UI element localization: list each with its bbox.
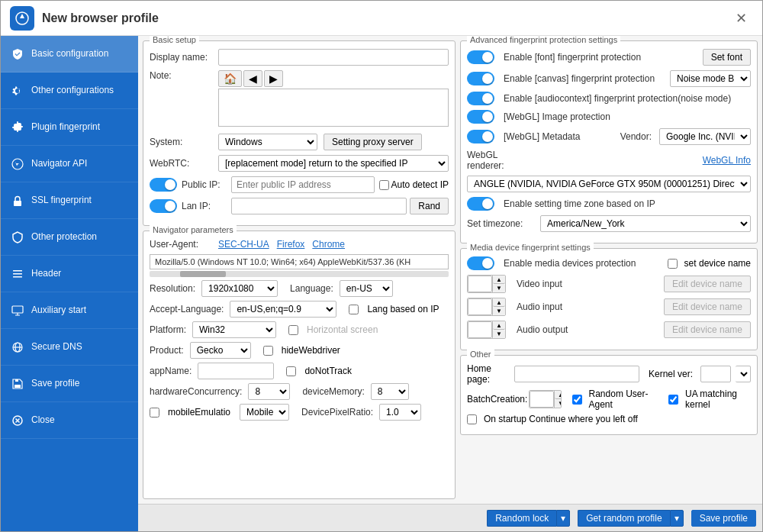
webrtc-select[interactable]: [replacement mode] return to the specifi… [218, 155, 449, 172]
canvas-mode-select[interactable]: Noise mode B [670, 70, 751, 87]
device-pixel-select[interactable]: 1.0 [379, 404, 421, 421]
do-not-track-checkbox[interactable] [286, 366, 296, 376]
note-prev-button[interactable]: ◀ [243, 70, 262, 87]
compass-icon [10, 156, 25, 172]
close-button[interactable]: ✕ [729, 7, 753, 30]
video-input-spinner[interactable]: 0 ▲ ▼ [467, 275, 506, 293]
note-next-button[interactable]: ▶ [264, 70, 283, 87]
sidebar-item-ssl-fp[interactable]: SSL fingerprint [1, 182, 138, 219]
random-lock-arrow[interactable]: ▾ [556, 510, 570, 527]
auto-detect-checkbox[interactable] [379, 180, 389, 190]
note-textarea[interactable] [218, 89, 449, 127]
random-lock-button[interactable]: Random lock [487, 510, 556, 527]
font-fp-toggle[interactable] [467, 50, 494, 64]
sidebar-item-header[interactable]: Header [1, 256, 138, 292]
audio-input-value[interactable]: 3 [468, 298, 492, 315]
do-not-track-label: doNotTrack [304, 366, 352, 376]
rand-button[interactable]: Rand [410, 198, 449, 214]
sidebar-item-basic-config[interactable]: Basic configuration [1, 36, 138, 73]
webgl-meta-toggle[interactable] [467, 130, 494, 143]
audio-output-up[interactable]: ▲ [493, 321, 505, 330]
kernel-ver-input[interactable]: 126 [700, 366, 731, 382]
sidebar-item-save-profile[interactable]: Save profile [1, 366, 138, 402]
audio-output-spinner[interactable]: 3 ▲ ▼ [467, 321, 506, 339]
sidebar-item-navigator-api[interactable]: Navigator API [1, 146, 138, 182]
hide-webdriver-checkbox[interactable] [263, 346, 273, 356]
video-input-value[interactable]: 0 [468, 276, 492, 292]
timezone-ip-toggle[interactable] [467, 197, 494, 211]
batch-spinner[interactable]: 1 ▲ ▼ [529, 390, 562, 408]
audio-output-value[interactable]: 3 [468, 321, 492, 338]
sidebar-item-plugin-fp[interactable]: Plugin fingerprint [1, 109, 138, 146]
sidebar-item-aux-start[interactable]: Auxiliary start [1, 292, 138, 329]
homepage-input[interactable]: about:blank [514, 366, 639, 382]
sidebar-item-other-protect[interactable]: Other protection [1, 219, 138, 256]
video-input-down[interactable]: ▼ [493, 284, 505, 292]
public-ip-toggle[interactable] [150, 178, 177, 192]
ua-firefox-tab[interactable]: Firefox [277, 239, 305, 250]
lan-ip-toggle[interactable] [150, 199, 177, 213]
accept-lang-select[interactable]: en-US,en;q=0.9 [230, 301, 336, 318]
get-random-arrow[interactable]: ▾ [670, 510, 684, 527]
proxy-button[interactable]: Setting proxy server [324, 134, 422, 150]
audio-input-spinner[interactable]: 3 ▲ ▼ [467, 298, 506, 316]
platform-select[interactable]: Win32 [192, 321, 276, 338]
webgl-info-link[interactable]: WebGL Info [703, 155, 751, 166]
batch-up[interactable]: ▲ [555, 391, 562, 399]
sidebar-label-other-protect: Other protection [31, 231, 97, 243]
lan-ip-input[interactable]: 192.168.143.72 [231, 198, 407, 214]
mobile-select[interactable]: Mobile [240, 404, 289, 421]
webgl-img-toggle[interactable] [467, 110, 494, 124]
startup-continue-checkbox[interactable] [467, 414, 477, 424]
ua-chrome-tab[interactable]: Chrome [312, 239, 345, 250]
display-name-input[interactable] [218, 49, 449, 66]
audio-input-edit-button[interactable]: Edit device name [664, 298, 751, 315]
system-label: System: [150, 137, 218, 147]
get-random-button[interactable]: Get random profile [578, 510, 669, 527]
hw-concurrency-select[interactable]: 8 [248, 383, 290, 400]
sidebar-item-other-config[interactable]: Other configurations [1, 73, 138, 109]
save-profile-button[interactable]: Save profile [691, 510, 756, 527]
lang-based-ip-checkbox[interactable] [349, 305, 359, 314]
timezone-select[interactable]: America/New_York [540, 215, 751, 232]
appname-input[interactable]: Netscape [198, 363, 274, 379]
batch-value[interactable]: 1 [530, 391, 554, 408]
media-enable-toggle[interactable] [467, 256, 494, 270]
device-memory-select[interactable]: 8 [371, 383, 409, 400]
shield-check-icon [10, 47, 25, 62]
horizontal-screen-checkbox[interactable] [288, 325, 298, 335]
webgl-renderer-select[interactable]: ANGLE (NVIDIA, NVIDIA GeForce GTX 950M (… [467, 176, 751, 192]
ua-scrollbar[interactable] [150, 271, 449, 277]
batch-down[interactable]: ▼ [555, 399, 562, 408]
set-name-checkbox[interactable] [668, 259, 678, 269]
canvas-fp-toggle[interactable] [467, 72, 494, 85]
horizontal-screen-label: Horizontal screen [307, 324, 378, 335]
set-font-button[interactable]: Set font [703, 49, 751, 66]
video-edit-button[interactable]: Edit device name [664, 276, 751, 292]
audio-input-up[interactable]: ▲ [493, 298, 505, 307]
ua-sec-tab[interactable]: SEC-CH-UA [218, 239, 269, 250]
note-area-wrap: 🏠 ◀ ▶ [218, 70, 449, 129]
vendor-select[interactable]: Google Inc. (NVID [659, 128, 751, 145]
other-legend: Other [467, 350, 494, 359]
mobile-emulation-checkbox[interactable] [150, 408, 159, 418]
video-input-up[interactable]: ▲ [493, 276, 505, 284]
sidebar-item-secure-dns[interactable]: Secure DNS [1, 329, 138, 366]
note-home-button[interactable]: 🏠 [218, 70, 242, 87]
product-row: Product: Gecko hideWebdriver [150, 342, 449, 359]
resolution-select[interactable]: 1920x1080 [201, 280, 278, 297]
ua-scrollbar-thumb[interactable] [180, 271, 226, 277]
audio-input-down[interactable]: ▼ [493, 307, 505, 315]
kernel-ver-select[interactable]: ▾ [736, 366, 751, 382]
product-label: Product: [150, 345, 184, 356]
random-ua-checkbox[interactable] [572, 395, 582, 405]
system-select[interactable]: Windows [218, 134, 317, 150]
audio-output-down[interactable]: ▼ [493, 330, 505, 338]
sidebar-item-close[interactable]: Close [1, 402, 138, 439]
product-select[interactable]: Gecko [190, 342, 251, 359]
public-ip-input[interactable] [231, 176, 375, 193]
audio-output-edit-button[interactable]: Edit device name [664, 321, 751, 338]
language-select[interactable]: en-US [340, 280, 393, 297]
ua-matching-checkbox[interactable] [668, 395, 678, 405]
audio-fp-toggle[interactable] [467, 92, 494, 105]
